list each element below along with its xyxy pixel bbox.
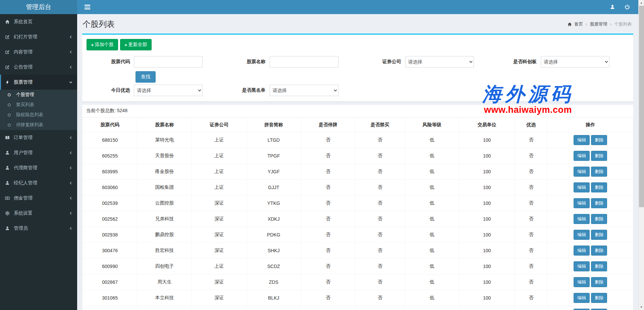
cell-risk: 低	[405, 243, 460, 259]
sidebar-item[interactable]: 系统首页	[0, 14, 77, 29]
cell-unit: 100	[460, 227, 515, 243]
broker-select[interactable]: 请选择	[405, 56, 474, 68]
edit-button[interactable]: 编辑	[574, 198, 590, 208]
cell-code: 002562	[83, 211, 138, 227]
cell-pinyin: PDKG	[247, 227, 301, 243]
cell-suspended: 否	[301, 195, 356, 211]
delete-button[interactable]: 删除	[591, 277, 607, 287]
sidebar-toggle-button[interactable]	[82, 3, 93, 11]
delete-button[interactable]: 删除	[591, 246, 607, 256]
cell-actions: 编辑删除	[548, 195, 633, 211]
edit-button[interactable]: 编辑	[574, 151, 590, 161]
edit-button[interactable]: 编辑	[574, 230, 590, 240]
cell-risk: 低	[405, 180, 460, 195]
table-row: 603060国检集团上证GJJT否否低100否编辑删除	[83, 180, 633, 195]
stock-code-input[interactable]	[134, 56, 203, 68]
circle-icon	[7, 113, 16, 117]
scrollbar-thumb[interactable]	[639, 6, 644, 207]
sidebar-subitem[interactable]: 禁买列表	[0, 100, 77, 110]
cell-unit: 100	[460, 164, 515, 180]
star-market-select[interactable]: 请选择	[541, 56, 609, 68]
topbar	[0, 0, 638, 14]
table-row: 002539云图控股深证YTKG否否低100否编辑删除	[83, 195, 633, 211]
cell-risk: 低	[405, 227, 460, 243]
add-stock-button[interactable]: + 添加个股	[87, 39, 118, 50]
edit-button[interactable]: 编辑	[574, 261, 590, 271]
circle-icon	[7, 103, 16, 107]
cell-suspended: 否	[301, 180, 356, 195]
today-pick-select[interactable]: 请选择	[134, 85, 203, 96]
cell-pinyin: SCDZ	[247, 259, 301, 274]
cell-code: 603995	[83, 164, 138, 180]
breadcrumb-section[interactable]: 股票管理	[590, 21, 607, 27]
cell-unit: 100	[460, 306, 515, 310]
gear-icon	[5, 211, 14, 216]
delete-button[interactable]: 删除	[591, 230, 607, 240]
sidebar-item-label: 股票管理	[14, 79, 33, 85]
delete-button[interactable]: 删除	[591, 182, 607, 192]
edit-button[interactable]: 编辑	[574, 182, 590, 192]
delete-button[interactable]: 删除	[591, 293, 607, 303]
sidebar-item[interactable]: 股票管理	[0, 75, 77, 90]
sidebar-subitem[interactable]: 个股管理	[0, 90, 77, 100]
cell-banned: 否	[355, 227, 405, 243]
update-all-button[interactable]: + 更新全部	[120, 39, 152, 50]
cell-preferred: 否	[515, 259, 548, 274]
scroll-up-arrow-icon[interactable]: ▲	[639, 0, 644, 6]
sidebar-subitem[interactable]: 停牌复牌列表	[0, 120, 77, 130]
cell-unit: 100	[460, 195, 515, 211]
cell-preferred: 否	[515, 132, 548, 148]
edit-button[interactable]: 编辑	[574, 309, 590, 310]
cell-preferred: 否	[515, 195, 548, 211]
sidebar-item[interactable]: 内容管理	[0, 44, 77, 59]
cell-banned: 否	[355, 259, 405, 274]
filter-panel: + 添加个股 + 更新全部 股票代码 股票名称 证券公司 请选择 是否科创	[82, 34, 633, 101]
cell-exchange: 深证	[192, 306, 247, 310]
search-button[interactable]: 查找	[136, 71, 156, 83]
cell-actions: 编辑删除	[548, 148, 633, 164]
cell-banned: 否	[355, 243, 405, 259]
cell-exchange: 深证	[192, 211, 247, 227]
chevron-left-icon	[69, 151, 72, 154]
sidebar-item[interactable]: 用户管理	[0, 145, 77, 160]
cell-pinyin: LTGD	[247, 132, 301, 148]
table-row: 002867周大生深证ZDS否否低100否编辑删除	[83, 274, 633, 290]
sidebar-item[interactable]: 管理员	[0, 221, 77, 236]
cell-suspended: 否	[301, 211, 356, 227]
sidebar-item[interactable]: 订单管理	[0, 130, 77, 145]
delete-button[interactable]: 删除	[591, 151, 607, 161]
delete-button[interactable]: 删除	[591, 198, 607, 208]
breadcrumb-home[interactable]: 首页	[574, 21, 583, 27]
page-title: 个股列表	[83, 19, 115, 30]
edit-button[interactable]: 编辑	[574, 246, 590, 256]
delete-button[interactable]: 删除	[591, 261, 607, 271]
power-icon[interactable]	[625, 4, 630, 10]
sidebar-subitem[interactable]: 除权除息列表	[0, 110, 77, 120]
delete-button[interactable]: 删除	[591, 309, 607, 310]
sidebar-item[interactable]: 佣金管理	[0, 190, 77, 206]
edit-button[interactable]: 编辑	[574, 167, 590, 177]
sidebar-item[interactable]: 系统设置	[0, 206, 77, 221]
scroll-down-arrow-icon[interactable]: ▼	[639, 304, 644, 310]
chevron-left-icon	[69, 50, 72, 54]
sidebar-item[interactable]: 公告管理	[0, 59, 77, 75]
blacklist-select[interactable]: 请选择	[270, 85, 338, 96]
chevron-left-icon	[69, 136, 72, 139]
delete-button[interactable]: 删除	[591, 167, 607, 177]
edit-button[interactable]: 编辑	[574, 214, 590, 224]
sidebar-item[interactable]: 代理商管理	[0, 160, 77, 175]
sidebar-item[interactable]: 经纪人管理	[0, 175, 77, 190]
edit-button[interactable]: 编辑	[574, 135, 590, 145]
delete-button[interactable]: 删除	[591, 214, 607, 224]
delete-button[interactable]: 删除	[591, 135, 607, 145]
stock-count: 当前个股总数: 5248	[82, 105, 633, 117]
cell-risk: 低	[405, 290, 460, 306]
chevron-left-icon	[69, 166, 72, 170]
sidebar-item[interactable]: 幻灯片管理	[0, 29, 77, 44]
chevron-down-icon	[69, 81, 72, 84]
edit-button[interactable]: 编辑	[574, 293, 590, 303]
stock-name-input[interactable]	[270, 56, 338, 68]
column-header: 操作	[548, 118, 633, 132]
edit-button[interactable]: 编辑	[574, 277, 590, 287]
user-icon[interactable]	[610, 4, 615, 10]
